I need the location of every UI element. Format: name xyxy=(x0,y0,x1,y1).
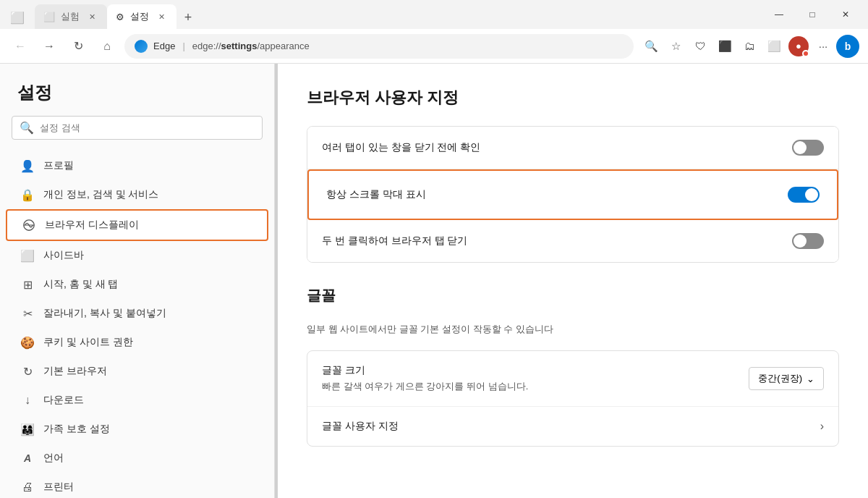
search-box-icon: 🔍 xyxy=(20,121,34,135)
browser-essentials-icon[interactable]: 🛡 xyxy=(689,35,712,58)
sidebar-item-default-browser[interactable]: ↻ 기본 브라우저 xyxy=(6,357,268,386)
sidebar-item-label: 브라우저 디스플레이 xyxy=(45,219,139,232)
sidebar-item-label: 프로필 xyxy=(43,159,74,172)
sidebar-item-label: 다운로드 xyxy=(43,394,84,407)
double-click-close-tab-toggle[interactable] xyxy=(792,233,824,249)
confirm-close-tabs-label: 여러 탭이 있는 창을 닫기 전에 확인 xyxy=(322,141,480,154)
sidebar-item-language[interactable]: A 언어 xyxy=(6,444,268,473)
font-custom-row[interactable]: 글꼴 사용자 지정 › xyxy=(307,407,838,446)
sidebar-item-label: 언어 xyxy=(43,452,64,465)
sidebar-item-label: 프린터 xyxy=(43,481,74,494)
tab-settings-icon: ⚙ xyxy=(116,12,124,22)
lock-icon: 🔒 xyxy=(20,187,35,202)
chevron-right-icon: › xyxy=(820,420,824,433)
tab-experiment-label: 실험 xyxy=(61,10,80,23)
profile-avatar: ● xyxy=(788,36,809,56)
address-field[interactable]: Edge | edge://settings/appearance xyxy=(124,34,634,59)
browser-customization-card: 여러 탭이 있는 창을 닫기 전에 확인 항상 스크롤 막대 표시 두 번 클릭… xyxy=(307,126,839,263)
display-icon xyxy=(22,218,36,232)
home-new-tab-icon: ⊞ xyxy=(20,277,35,292)
address-url: edge://settings/appearance xyxy=(192,41,310,51)
minimize-button[interactable]: — xyxy=(762,3,796,26)
sidebar-icon: ⬜ xyxy=(20,248,35,263)
sidebar-item-sidebar[interactable]: ⬜ 사이드바 xyxy=(6,241,268,270)
font-sample-text: 빠른 갈색 여우가 게으른 강아지를 뛰어 넘습니다. xyxy=(322,380,528,393)
printer-icon: 🖨 xyxy=(20,480,35,494)
bing-label: b xyxy=(845,41,851,52)
sidebar-item-browser-display[interactable]: 브라우저 디스플레이 xyxy=(6,209,268,241)
share-icon[interactable]: ⬜ xyxy=(762,35,786,58)
always-show-scrollbar-toggle[interactable] xyxy=(788,187,820,203)
sidebar-toggle[interactable]: ⬜ xyxy=(6,6,29,29)
family-icon: 👨‍👩‍👧 xyxy=(20,422,35,436)
language-icon: A xyxy=(20,451,35,465)
sidebar-item-printer[interactable]: 🖨 프린터 xyxy=(6,473,268,498)
tab-list: ⬜ ⬜ 실험 ✕ ⚙ 설정 ✕ + xyxy=(6,0,760,29)
tab-experiment[interactable]: ⬜ 실험 ✕ xyxy=(35,4,107,29)
section-title: 브라우저 사용자 지정 xyxy=(307,87,839,109)
back-button[interactable]: ← xyxy=(9,35,32,58)
sidebar-item-label: 개인 정보, 검색 및 서비스 xyxy=(43,188,158,201)
font-size-select[interactable]: 중간(권장) ⌄ xyxy=(749,367,824,390)
refresh-button[interactable]: ↻ xyxy=(67,35,90,58)
search-icon[interactable]: 🔍 xyxy=(639,35,663,58)
bing-button[interactable]: b xyxy=(836,35,859,58)
sidebar-item-label: 시작, 홈 및 새 탭 xyxy=(43,278,118,291)
window-controls: — □ ✕ xyxy=(762,3,862,26)
font-size-value: 중간(권장) xyxy=(758,372,802,385)
home-button[interactable]: ⌂ xyxy=(95,35,119,58)
split-screen-icon[interactable]: ⬛ xyxy=(713,35,736,58)
address-brand: Edge xyxy=(153,41,175,51)
font-section: 글꼴 일부 웹 사이트에서만 글꼴 기본 설정이 작동할 수 있습니다 글꼴 크… xyxy=(307,286,839,447)
sidebar-item-privacy[interactable]: 🔒 개인 정보, 검색 및 서비스 xyxy=(6,180,268,209)
tab-experiment-close[interactable]: ✕ xyxy=(85,10,98,23)
sidebar-item-profile[interactable]: 👤 프로필 xyxy=(6,151,268,180)
sidebar-item-start-home[interactable]: ⊞ 시작, 홈 및 새 탭 xyxy=(6,270,268,299)
address-separator: | xyxy=(182,41,184,51)
toggle-thumb-off xyxy=(793,235,807,248)
clipboard-icon: ✂ xyxy=(20,306,35,321)
profile-dot xyxy=(802,50,809,57)
search-input[interactable] xyxy=(40,122,255,133)
new-tab-button[interactable]: + xyxy=(176,6,200,29)
always-show-scrollbar-row: 항상 스크롤 막대 표시 xyxy=(312,174,834,216)
sidebar-item-family[interactable]: 👨‍👩‍👧 가족 보호 설정 xyxy=(6,415,268,444)
close-button[interactable]: ✕ xyxy=(829,3,862,26)
url-domain: edge:// xyxy=(192,41,221,51)
font-card: 글꼴 크기 빠른 갈색 여우가 게으른 강아지를 뛰어 넘습니다. 중간(권장)… xyxy=(307,350,839,447)
downloads-icon: ↓ xyxy=(20,393,35,408)
tab-settings-label: 설정 xyxy=(130,10,149,23)
toolbar-icons: 🔍 ☆ 🛡 ⬛ 🗂 ⬜ ● ··· b xyxy=(639,35,859,58)
tab-settings-close[interactable]: ✕ xyxy=(155,10,168,23)
font-custom-label: 글꼴 사용자 지정 xyxy=(322,420,399,433)
font-size-left: 글꼴 크기 빠른 갈색 여우가 게으른 강아지를 뛰어 넘습니다. xyxy=(322,364,528,393)
sidebar-item-label: 가족 보호 설정 xyxy=(43,423,110,436)
double-click-close-tab-row: 두 번 클릭하여 브라우저 탭 닫기 xyxy=(307,220,838,262)
sidebar-item-label: 기본 브라우저 xyxy=(43,365,107,378)
toggle-thumb-on xyxy=(805,188,818,201)
tab-settings[interactable]: ⚙ 설정 ✕ xyxy=(107,4,176,29)
edge-logo-icon xyxy=(135,40,148,53)
font-section-title: 글꼴 xyxy=(307,286,839,305)
profile-icon: 👤 xyxy=(20,159,35,173)
profile-button[interactable]: ● xyxy=(787,35,810,58)
sidebar-item-downloads[interactable]: ↓ 다운로드 xyxy=(6,386,268,415)
sidebar-item-clipboard[interactable]: ✂ 잘라내기, 복사 및 붙여넣기 xyxy=(6,299,268,328)
sidebar-item-label: 잘라내기, 복사 및 붙여넣기 xyxy=(43,307,166,320)
font-subtitle: 일부 웹 사이트에서만 글꼴 기본 설정이 작동할 수 있습니다 xyxy=(307,323,839,336)
addressbar: ← → ↻ ⌂ Edge | edge://settings/appearanc… xyxy=(0,29,868,64)
sidebar: 설정 🔍 👤 프로필 🔒 개인 정보, 검색 및 서비스 브라우저 디스플레이 xyxy=(0,64,275,498)
sidebar-title: 설정 xyxy=(0,64,274,116)
sidebar-item-cookies[interactable]: 🍪 쿠키 및 사이트 권한 xyxy=(6,328,268,357)
forward-button[interactable]: → xyxy=(38,35,61,58)
font-custom-link[interactable]: 글꼴 사용자 지정 › xyxy=(322,420,824,433)
search-box[interactable]: 🔍 xyxy=(12,116,263,140)
maximize-button[interactable]: □ xyxy=(796,3,829,26)
tab-experiment-icon: ⬜ xyxy=(43,12,55,22)
collections-icon[interactable]: 🗂 xyxy=(738,35,761,58)
main-layout: 설정 🔍 👤 프로필 🔒 개인 정보, 검색 및 서비스 브라우저 디스플레이 xyxy=(0,64,868,498)
favorites-icon[interactable]: ☆ xyxy=(664,35,687,58)
more-button[interactable]: ··· xyxy=(812,35,835,58)
url-path: /appearance xyxy=(257,41,309,51)
confirm-close-tabs-toggle[interactable] xyxy=(792,140,824,156)
